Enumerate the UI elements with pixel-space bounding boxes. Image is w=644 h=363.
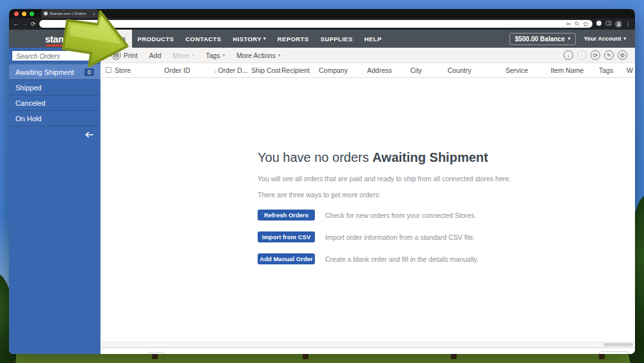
bookmark-star-icon[interactable] [583, 21, 589, 27]
column-header-weight[interactable]: W [627, 66, 633, 74]
reload-icon[interactable]: ⟳ [31, 21, 36, 27]
more-actions-button[interactable]: More Actions▾ [231, 52, 286, 59]
tags-button[interactable]: Tags▾ [200, 52, 231, 59]
chevron-down-icon: ▾ [623, 36, 626, 41]
page-number-input[interactable] [148, 352, 165, 355]
column-header-city[interactable]: City [410, 66, 422, 74]
column-header-ship-cost[interactable]: Ship Cost [251, 66, 281, 74]
import-from-csv-button[interactable]: Import from CSV [258, 231, 315, 242]
tab-orders[interactable]: ORDERS [93, 30, 132, 48]
tab-help[interactable]: HELP [359, 30, 388, 48]
url-input[interactable] [43, 21, 563, 27]
sidebar-item-shipped[interactable]: Shipped [9, 79, 100, 95]
move-button[interactable]: Move▾ [167, 52, 200, 59]
page-label: Page [128, 353, 143, 354]
upload-icon[interactable]: ↑ [577, 50, 587, 60]
minimize-window-button[interactable] [22, 12, 26, 16]
zoom-window-button[interactable] [30, 12, 34, 16]
action-row: Add Manual Order Create a blank order an… [258, 253, 528, 264]
empty-state-intro: There are three ways to get more orders: [258, 191, 528, 199]
page-of-label: of 0 [170, 353, 181, 354]
app-body: Awaiting Shipment 0 Shipped Canceled On … [9, 48, 635, 354]
orders-table-header: Store Order ID ↓Order D... Ship Cost Rec… [100, 63, 635, 78]
account-label: Your Account [583, 35, 621, 42]
column-header-item-name[interactable]: Item Name [551, 66, 583, 74]
column-header-store[interactable]: Store [115, 66, 131, 74]
sidebar-item-label: Shipped [15, 84, 41, 92]
first-page-icon[interactable]: « [107, 353, 113, 354]
stamps-logo[interactable]: stamps [45, 34, 77, 44]
balance-button[interactable]: $500.00 Balance▾ [509, 33, 576, 45]
gear-icon[interactable]: ⚙ [618, 50, 627, 60]
select-all-checkbox[interactable] [106, 67, 111, 73]
add-button[interactable]: Add [144, 52, 167, 59]
browser-address-bar: ← → ⟳ [9, 18, 635, 30]
browser-menu-icon[interactable]: ⋮ [625, 21, 631, 27]
password-key-icon[interactable] [566, 21, 571, 26]
desktop-background: Stamps.com | Orders × ← → ⟳ [0, 0, 644, 363]
print-label: Print [124, 52, 138, 59]
column-header-order-date[interactable]: ↓Order D... [214, 66, 248, 74]
sidebar: Awaiting Shipment 0 Shipped Canceled On … [9, 48, 100, 354]
url-bar[interactable] [39, 20, 592, 28]
search-orders-input[interactable] [12, 50, 98, 61]
scrollbar-thumb[interactable] [603, 343, 633, 346]
count-badge: 0 [84, 68, 94, 76]
pagination-bar: « ‹ Page of 0 › » Per Page: 100 ▾ [100, 348, 635, 354]
sidebar-item-on-hold[interactable]: On Hold [9, 110, 100, 126]
tab-supplies[interactable]: SUPPLIES [315, 30, 359, 48]
column-header-company[interactable]: Company [319, 66, 348, 74]
print-button[interactable]: Print [106, 50, 144, 60]
sidebar-item-awaiting-shipment[interactable]: Awaiting Shipment 0 [9, 64, 100, 79]
add-manual-order-button[interactable]: Add Manual Order [258, 253, 315, 264]
forward-icon[interactable]: → [22, 21, 28, 27]
column-header-service[interactable]: Service [506, 66, 528, 74]
sidebar-collapse-row [9, 126, 100, 142]
refresh-icon[interactable]: ⟳ [591, 50, 600, 60]
toolbar-right-icons: ↓ ↑ ⟳ ✎ ⚙ [564, 50, 630, 60]
column-header-recipient[interactable]: Recipient [281, 66, 310, 74]
column-header-country[interactable]: Country [448, 66, 471, 74]
tab-reports-label: REPORTS [278, 35, 309, 43]
tab-close-icon[interactable]: × [93, 12, 95, 16]
close-window-button[interactable] [14, 12, 19, 16]
chevron-down-icon: ▾ [192, 53, 194, 58]
download-icon[interactable]: ↓ [564, 50, 573, 60]
column-header-order-id[interactable]: Order ID [164, 66, 190, 74]
collapse-sidebar-icon[interactable] [85, 129, 94, 141]
column-header-tags[interactable]: Tags [599, 66, 613, 74]
next-page-icon[interactable]: › [186, 353, 191, 354]
back-icon[interactable]: ← [13, 21, 19, 27]
add-label: Add [149, 52, 162, 59]
refresh-orders-button[interactable]: Refresh Orders [258, 210, 315, 221]
tab-favicon-icon [44, 12, 48, 15]
per-page-select[interactable]: 100 ▾ [599, 351, 629, 354]
column-header-address[interactable]: Address [367, 66, 392, 74]
browser-window: Stamps.com | Orders × ← → ⟳ [9, 9, 635, 354]
empty-state-subtitle: You will see all orders that are paid an… [258, 175, 528, 182]
tab-products-label: PRODUCTS [138, 35, 175, 43]
your-account-button[interactable]: Your Account▾ [583, 35, 626, 42]
tab-products[interactable]: PRODUCTS [132, 30, 180, 48]
edit-icon[interactable]: ✎ [604, 50, 614, 60]
tab-contacts[interactable]: CONTACTS [180, 30, 227, 48]
previous-page-icon[interactable]: ‹ [118, 353, 123, 354]
chevron-down-icon: ▾ [568, 36, 571, 41]
horizontal-scrollbar[interactable] [101, 342, 634, 348]
chevron-down-icon: ▾ [223, 53, 225, 58]
empty-title-normal: You have no orders [258, 150, 372, 164]
tab-history[interactable]: HISTORY▾ [227, 30, 271, 48]
add-manual-order-desc: Create a blank order and fill in the det… [325, 255, 478, 263]
last-page-icon[interactable]: » [196, 353, 202, 354]
profile-avatar[interactable] [615, 21, 622, 28]
extension-icon[interactable] [596, 20, 602, 28]
search-icon[interactable] [574, 21, 580, 26]
sidebar-item-canceled[interactable]: Canceled [9, 95, 100, 110]
sidebar-panel-icon[interactable] [605, 20, 612, 28]
tab-reports[interactable]: REPORTS [272, 30, 315, 48]
chevron-down-icon: ▾ [278, 53, 281, 58]
sidebar-item-label: Canceled [15, 99, 45, 107]
tab-supplies-label: SUPPLIES [321, 35, 353, 43]
refresh-orders-desc: Check for new orders from your connected… [325, 211, 477, 219]
browser-tab[interactable]: Stamps.com | Orders × [41, 9, 98, 18]
